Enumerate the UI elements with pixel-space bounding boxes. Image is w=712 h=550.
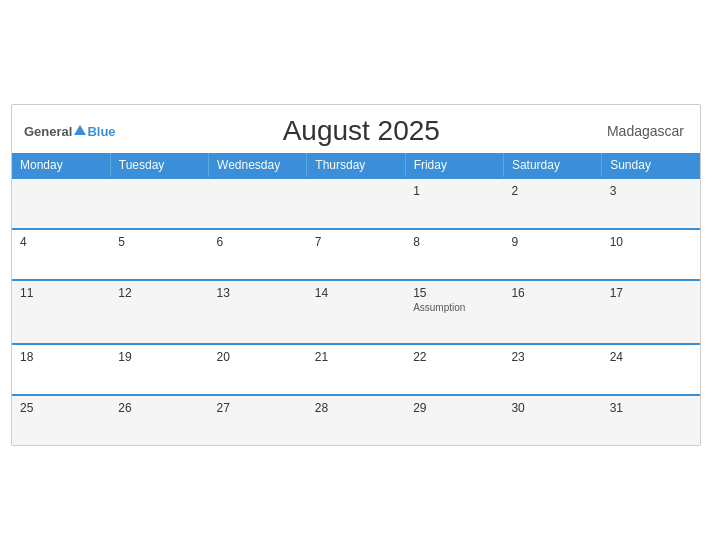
day-cell: 21 xyxy=(307,344,405,395)
day-number: 19 xyxy=(118,350,200,364)
day-cell: 23 xyxy=(503,344,601,395)
day-cell: 13 xyxy=(209,280,307,344)
week-row-3: 1112131415Assumption1617 xyxy=(12,280,700,344)
day-number: 13 xyxy=(217,286,299,300)
logo-general-text: General xyxy=(24,124,72,139)
week-row-4: 18192021222324 xyxy=(12,344,700,395)
header-monday: Monday xyxy=(12,153,110,178)
day-cell: 3 xyxy=(602,178,700,229)
day-cell: 17 xyxy=(602,280,700,344)
day-number: 9 xyxy=(511,235,593,249)
day-number: 12 xyxy=(118,286,200,300)
header-friday: Friday xyxy=(405,153,503,178)
day-number: 4 xyxy=(20,235,102,249)
day-cell: 6 xyxy=(209,229,307,280)
day-cell xyxy=(110,178,208,229)
header-thursday: Thursday xyxy=(307,153,405,178)
day-cell: 19 xyxy=(110,344,208,395)
day-cell: 22 xyxy=(405,344,503,395)
day-cell: 26 xyxy=(110,395,208,445)
day-cell: 27 xyxy=(209,395,307,445)
day-number: 11 xyxy=(20,286,102,300)
day-cell: 25 xyxy=(12,395,110,445)
weekday-header-row: Monday Tuesday Wednesday Thursday Friday… xyxy=(12,153,700,178)
day-number: 3 xyxy=(610,184,692,198)
day-number: 26 xyxy=(118,401,200,415)
day-cell: 20 xyxy=(209,344,307,395)
day-number: 31 xyxy=(610,401,692,415)
day-number: 17 xyxy=(610,286,692,300)
day-cell: 10 xyxy=(602,229,700,280)
day-number: 10 xyxy=(610,235,692,249)
day-number: 2 xyxy=(511,184,593,198)
logo-triangle-icon xyxy=(74,125,86,135)
day-cell: 2 xyxy=(503,178,601,229)
day-number: 21 xyxy=(315,350,397,364)
day-number: 14 xyxy=(315,286,397,300)
header-wednesday: Wednesday xyxy=(209,153,307,178)
day-number: 27 xyxy=(217,401,299,415)
day-number: 23 xyxy=(511,350,593,364)
day-number: 24 xyxy=(610,350,692,364)
day-number: 15 xyxy=(413,286,495,300)
calendar-container: General Blue August 2025 Madagascar Mond… xyxy=(11,104,701,446)
day-number: 25 xyxy=(20,401,102,415)
day-cell: 14 xyxy=(307,280,405,344)
day-number: 20 xyxy=(217,350,299,364)
header-tuesday: Tuesday xyxy=(110,153,208,178)
day-number: 8 xyxy=(413,235,495,249)
day-cell: 29 xyxy=(405,395,503,445)
logo-area: General Blue xyxy=(24,124,116,139)
header-saturday: Saturday xyxy=(503,153,601,178)
day-cell: 8 xyxy=(405,229,503,280)
day-number: 30 xyxy=(511,401,593,415)
day-cell: 30 xyxy=(503,395,601,445)
day-cell: 16 xyxy=(503,280,601,344)
week-row-1: 123 xyxy=(12,178,700,229)
week-row-2: 45678910 xyxy=(12,229,700,280)
day-cell: 24 xyxy=(602,344,700,395)
day-cell: 1 xyxy=(405,178,503,229)
day-number: 29 xyxy=(413,401,495,415)
day-number: 18 xyxy=(20,350,102,364)
day-number: 6 xyxy=(217,235,299,249)
month-title: August 2025 xyxy=(283,115,440,147)
day-cell: 11 xyxy=(12,280,110,344)
header-sunday: Sunday xyxy=(602,153,700,178)
day-cell: 5 xyxy=(110,229,208,280)
day-cell: 31 xyxy=(602,395,700,445)
day-cell: 12 xyxy=(110,280,208,344)
day-cell: 4 xyxy=(12,229,110,280)
day-cell: 18 xyxy=(12,344,110,395)
day-number: 28 xyxy=(315,401,397,415)
calendar-header: General Blue August 2025 Madagascar xyxy=(12,105,700,153)
day-cell: 7 xyxy=(307,229,405,280)
day-number: 1 xyxy=(413,184,495,198)
week-row-5: 25262728293031 xyxy=(12,395,700,445)
logo-blue-text: Blue xyxy=(87,124,115,139)
day-cell: 15Assumption xyxy=(405,280,503,344)
day-cell xyxy=(12,178,110,229)
day-cell: 28 xyxy=(307,395,405,445)
country-label: Madagascar xyxy=(607,123,684,139)
day-number: 16 xyxy=(511,286,593,300)
day-event: Assumption xyxy=(413,302,495,313)
day-cell xyxy=(209,178,307,229)
day-number: 22 xyxy=(413,350,495,364)
day-cell xyxy=(307,178,405,229)
day-cell: 9 xyxy=(503,229,601,280)
calendar-grid: Monday Tuesday Wednesday Thursday Friday… xyxy=(12,153,700,445)
day-number: 7 xyxy=(315,235,397,249)
day-number: 5 xyxy=(118,235,200,249)
